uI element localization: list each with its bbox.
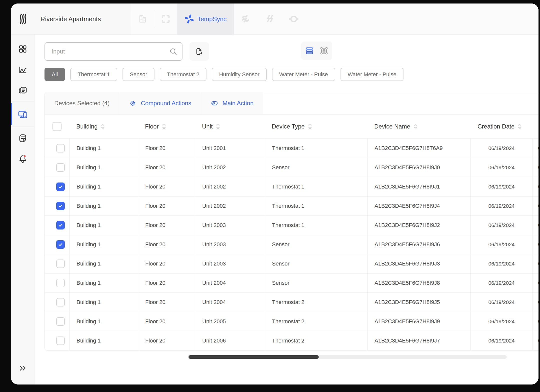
search-input[interactable] bbox=[44, 42, 182, 61]
cell-creation_date: 06/19/2024 bbox=[470, 331, 532, 350]
cell-device_name: A1B2C3D4E5F6G7H8T6A9 bbox=[367, 139, 470, 158]
main-action-button[interactable]: Main Action bbox=[201, 92, 263, 114]
filter-chip-all[interactable]: All bbox=[44, 68, 65, 81]
cell-device_type: Thermostat 1 bbox=[265, 139, 367, 158]
row-checkbox[interactable] bbox=[56, 202, 65, 210]
filter-chip-thermostat-1[interactable]: Thermostat 1 bbox=[70, 68, 117, 81]
app-logo-icon bbox=[11, 12, 34, 26]
table-row: Building 1Floor 20Unit 2004Thermostat 2A… bbox=[45, 292, 538, 312]
row-checkbox[interactable] bbox=[56, 336, 65, 345]
cell-floor: Floor 20 bbox=[138, 196, 195, 216]
sort-icon[interactable] bbox=[518, 124, 522, 130]
cell-device_type: Sensor bbox=[265, 158, 367, 177]
toggle-circle-icon bbox=[210, 99, 218, 107]
row-checkbox[interactable] bbox=[56, 298, 65, 306]
cell-creation_date: 06/19/2024 bbox=[470, 312, 532, 331]
table-row: Building 1Floor 20Unit 2003SensorA1B2C3D… bbox=[45, 254, 538, 273]
cell-unit: Unit 2002 bbox=[195, 158, 265, 177]
sort-icon[interactable] bbox=[308, 124, 312, 130]
filter-chip-sensor[interactable]: Sensor bbox=[122, 68, 154, 81]
column-header-last: L bbox=[532, 123, 538, 130]
table-body: Building 1Floor 20Unit 2001Thermostat 1A… bbox=[45, 138, 538, 350]
filter-chip-humidity-sensor[interactable]: Humidity Sensor bbox=[212, 68, 266, 81]
sidebar-item-devices[interactable] bbox=[11, 103, 34, 125]
row-checkbox-cell bbox=[45, 274, 69, 292]
cell-device_name: A1B2C3D4E5F6G7H8I9J1 bbox=[367, 177, 470, 196]
devices-table-panel: Devices Selected (4) Compound Actions bbox=[44, 92, 538, 350]
lightning-icon[interactable] bbox=[258, 4, 282, 34]
column-header-device_type: Device Type bbox=[265, 123, 367, 130]
cell-floor: Floor 20 bbox=[138, 216, 195, 235]
filter-chip-water-meter-pulse[interactable]: Water Meter - Pulse bbox=[272, 68, 335, 81]
sort-icon[interactable] bbox=[414, 124, 417, 130]
row-checkbox[interactable] bbox=[56, 221, 65, 230]
column-header-label-unit: Unit bbox=[202, 123, 213, 130]
cell-floor: Floor 20 bbox=[138, 312, 195, 331]
compound-actions-button[interactable]: Compound Actions bbox=[119, 92, 201, 114]
building-icon[interactable] bbox=[131, 4, 154, 34]
cell-device_type: Thermostat 2 bbox=[265, 312, 367, 331]
chart-icon bbox=[18, 65, 27, 74]
cell-unit: Unit 2003 bbox=[195, 254, 265, 273]
dashboard-icon bbox=[18, 44, 27, 54]
tab-tempsync[interactable]: TempSync bbox=[177, 4, 234, 34]
table-row: Building 1Floor 20Unit 2002Thermostat 1A… bbox=[45, 177, 538, 196]
row-checkbox[interactable] bbox=[56, 317, 65, 326]
column-header-building: Building bbox=[69, 123, 138, 130]
cell-unit: Unit 2002 bbox=[195, 196, 265, 216]
table-header-row: BuildingFloorUnitDevice TypeDevice NameC… bbox=[45, 114, 538, 138]
group-view-button[interactable] bbox=[319, 46, 329, 56]
horizontal-scrollbar-thumb[interactable] bbox=[188, 355, 319, 359]
sort-icon[interactable] bbox=[162, 124, 166, 130]
select-all-checkbox[interactable] bbox=[52, 122, 62, 131]
sidebar-item-analytics[interactable] bbox=[11, 59, 34, 80]
cell-device_type: Thermostat 1 bbox=[265, 177, 367, 196]
list-view-button[interactable] bbox=[305, 46, 314, 56]
hexnut-icon[interactable] bbox=[282, 4, 306, 34]
cell-building: Building 1 bbox=[69, 216, 138, 235]
main-content: AllThermostat 1SensorThermostat 2Humidit… bbox=[34, 35, 538, 384]
column-header-device_name: Device Name bbox=[367, 123, 470, 130]
row-checkbox-cell bbox=[45, 293, 69, 312]
sidebar-item-notes[interactable] bbox=[11, 128, 34, 148]
row-checkbox[interactable] bbox=[56, 240, 65, 249]
cell-last: 0 bbox=[532, 312, 538, 331]
sort-icon[interactable] bbox=[101, 124, 104, 130]
column-header-label-building: Building bbox=[76, 123, 98, 130]
cell-creation_date: 06/19/2024 bbox=[470, 254, 532, 273]
row-checkbox[interactable] bbox=[56, 144, 65, 152]
cell-last: 0 bbox=[532, 196, 538, 216]
cell-device_name: A1B2C3D4E5F6G7H8I9J6 bbox=[367, 235, 470, 254]
cell-creation_date: 06/19/2024 bbox=[470, 293, 532, 312]
expand-sidebar-button[interactable] bbox=[11, 364, 34, 372]
horizontal-scrollbar[interactable] bbox=[188, 355, 507, 359]
cell-last: 0 bbox=[532, 293, 538, 312]
main-action-label: Main Action bbox=[222, 100, 254, 107]
fullscreen-icon[interactable] bbox=[154, 4, 177, 34]
row-checkbox[interactable] bbox=[56, 182, 65, 191]
cell-device_name: A1B2C3D4E5F6G7H8I9J8 bbox=[367, 274, 470, 292]
row-checkbox-cell bbox=[45, 331, 69, 350]
row-checkbox[interactable] bbox=[56, 163, 65, 172]
sidebar-item-news[interactable] bbox=[11, 80, 34, 100]
cell-building: Building 1 bbox=[69, 331, 138, 350]
waves-icon[interactable] bbox=[234, 4, 258, 34]
cell-unit: Unit 2002 bbox=[195, 177, 265, 196]
cell-floor: Floor 20 bbox=[138, 331, 195, 350]
devices-selected-count: Devices Selected (4) bbox=[45, 92, 119, 114]
sort-icon[interactable] bbox=[216, 124, 220, 130]
filter-chip-thermostat-2[interactable]: Thermostat 2 bbox=[160, 68, 207, 81]
row-checkbox[interactable] bbox=[56, 279, 65, 287]
cell-creation_date: 06/19/2024 bbox=[470, 216, 532, 235]
column-header-floor: Floor bbox=[138, 123, 195, 130]
filter-chip-water-meter-pulse[interactable]: Water Meter - Pulse bbox=[340, 68, 404, 81]
cell-device_name: A1B2C3D4E5F6G7H8I9J7 bbox=[367, 331, 470, 350]
column-header-label-floor: Floor bbox=[145, 123, 159, 130]
sidebar-item-dashboard[interactable] bbox=[11, 39, 34, 59]
row-checkbox[interactable] bbox=[56, 260, 65, 268]
cell-unit: Unit 2004 bbox=[195, 293, 265, 312]
sidebar-item-notifications[interactable] bbox=[11, 148, 34, 169]
export-button[interactable] bbox=[190, 42, 209, 61]
filter-chips: AllThermostat 1SensorThermostat 2Humidit… bbox=[44, 68, 404, 81]
cell-floor: Floor 20 bbox=[138, 177, 195, 196]
